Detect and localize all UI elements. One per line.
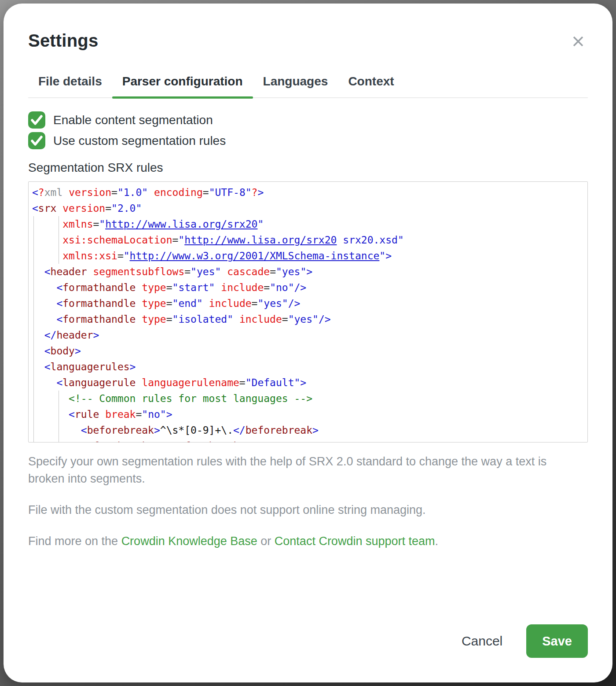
indent-guide	[59, 216, 59, 264]
close-icon	[571, 34, 585, 48]
contact-support-link[interactable]: Contact Crowdin support team	[275, 535, 435, 548]
indent-guide	[59, 391, 59, 442]
tab-languages[interactable]: Languages	[253, 74, 338, 97]
checkbox-label: Use custom segmentation rules	[53, 134, 226, 148]
dialog-header: Settings	[28, 31, 588, 52]
page-title: Settings	[28, 31, 98, 51]
close-button[interactable]	[568, 32, 588, 52]
checked-checkbox-icon	[28, 132, 45, 149]
enable-content-segmentation-checkbox[interactable]: Enable content segmentation	[28, 111, 588, 129]
srx-rules-code-editor[interactable]: <?xml version="1.0" encoding="UTF-8"?><s…	[28, 181, 588, 443]
cancel-button[interactable]: Cancel	[462, 634, 502, 649]
dialog-footer: Cancel Save	[462, 624, 588, 658]
save-button[interactable]: Save	[526, 624, 588, 658]
checked-checkbox-icon	[28, 111, 45, 129]
settings-dialog: Settings File details Parser configurati…	[4, 4, 612, 682]
tab-parser-configuration[interactable]: Parser configuration	[112, 74, 253, 97]
indent-guide	[33, 216, 34, 442]
help-text-srx: Specify your own segmentation rules with…	[28, 453, 563, 487]
code-editor-content: <?xml version="1.0" encoding="UTF-8"?><s…	[29, 182, 587, 443]
help-text-online-managing: File with the custom segmentation does n…	[28, 502, 588, 519]
segmentation-rules-label: Segmentation SRX rules	[28, 161, 588, 175]
tab-file-details[interactable]: File details	[28, 74, 112, 97]
help-links-middle: or	[257, 535, 275, 548]
knowledge-base-link[interactable]: Crowdin Knowledge Base	[121, 535, 257, 548]
help-links-suffix: .	[435, 535, 439, 548]
use-custom-segmentation-rules-checkbox[interactable]: Use custom segmentation rules	[28, 132, 588, 149]
checkbox-label: Enable content segmentation	[53, 113, 213, 127]
tab-context[interactable]: Context	[338, 74, 404, 97]
tab-bar: File details Parser configuration Langua…	[28, 74, 588, 98]
checkbox-group: Enable content segmentation Use custom s…	[28, 111, 588, 149]
help-text-links: Find more on the Crowdin Knowledge Base …	[28, 533, 588, 550]
help-links-prefix: Find more on the	[28, 535, 121, 548]
